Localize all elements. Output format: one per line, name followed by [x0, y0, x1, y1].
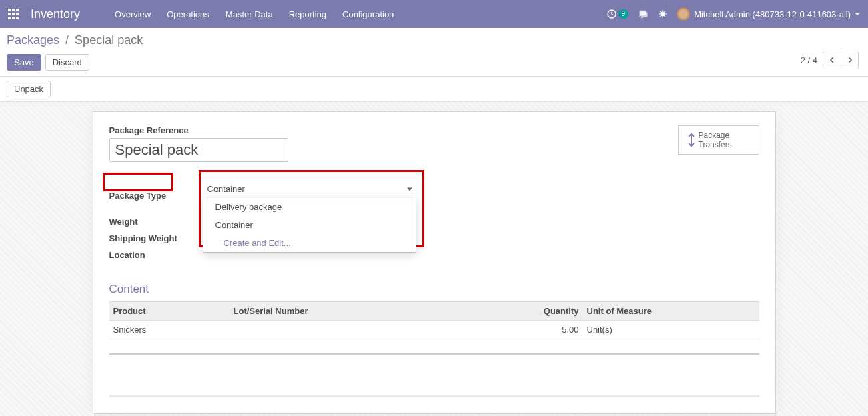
- svg-rect-8: [16, 17, 19, 19]
- value-package-type: Delivery package Container Create and Ed…: [203, 181, 443, 210]
- label-shipping-weight: Shipping Weight: [109, 233, 203, 243]
- discuss-icon[interactable]: [638, 9, 648, 19]
- th-quantity: Quantity: [456, 302, 583, 321]
- button-box-line1: Package: [699, 131, 732, 140]
- th-lot: Lot/Serial Number: [230, 302, 456, 321]
- dropdown-option-delivery-package[interactable]: Delivery package: [203, 198, 416, 216]
- nav-menu-configuration[interactable]: Configuration: [334, 1, 402, 27]
- chevron-down-icon[interactable]: [407, 187, 412, 191]
- save-button[interactable]: Save: [7, 54, 41, 71]
- user-menu[interactable]: Mitchell Admin (480733-12-0-411603-all): [677, 7, 860, 21]
- cell-uom: Unit(s): [583, 321, 759, 339]
- pager-count[interactable]: 2 / 4: [801, 55, 817, 65]
- package-type-input[interactable]: [203, 181, 416, 197]
- nav-menu-master-data[interactable]: Master Data: [218, 1, 281, 27]
- chevron-down-icon: [855, 13, 860, 15]
- svg-rect-2: [16, 9, 19, 11]
- breadcrumb: Packages / Special pack: [7, 33, 861, 47]
- cell-lot: [230, 321, 456, 339]
- field-row-package-type: Package Type Delivery package Container …: [109, 181, 443, 210]
- pager-buttons: [823, 51, 859, 69]
- table-footer-rule: [109, 395, 759, 397]
- top-navbar: Inventory Overview Operations Master Dat…: [0, 0, 868, 28]
- control-panel: Packages / Special pack Save Discard 2 /…: [0, 28, 868, 77]
- nav-menu: Overview Operations Master Data Reportin…: [107, 1, 402, 27]
- breadcrumb-root[interactable]: Packages: [7, 33, 59, 47]
- package-reference-label: Package Reference: [109, 125, 759, 135]
- activity-badge: 9: [618, 9, 629, 19]
- cell-quantity: 5.00: [456, 321, 583, 339]
- fields-grid: Package Type Delivery package Container …: [109, 181, 443, 260]
- user-name: Mitchell Admin (480733-12-0-411603-all): [694, 9, 851, 19]
- label-location: Location: [109, 250, 203, 260]
- package-type-dropdown: Delivery package Container Create and Ed…: [203, 198, 416, 253]
- th-product: Product: [109, 302, 230, 321]
- svg-rect-3: [8, 13, 11, 15]
- activity-icon[interactable]: 9: [606, 9, 629, 19]
- content-title: Content: [109, 283, 759, 296]
- debug-icon[interactable]: [658, 9, 667, 19]
- nav-menu-reporting[interactable]: Reporting: [281, 1, 334, 27]
- button-box-line2: Transfers: [699, 140, 732, 149]
- pager-next-button[interactable]: [841, 51, 858, 69]
- avatar: [677, 7, 690, 21]
- toolbar: Save Discard: [7, 54, 861, 71]
- nav-menu-overview[interactable]: Overview: [107, 1, 159, 27]
- dropdown-option-container[interactable]: Container: [203, 216, 416, 234]
- svg-rect-7: [12, 17, 15, 19]
- label-package-type: Package Type: [109, 191, 203, 201]
- table-row[interactable]: Snickers 5.00 Unit(s): [109, 321, 759, 339]
- package-transfers-button[interactable]: Package Transfers: [678, 125, 759, 155]
- breadcrumb-separator: /: [65, 33, 69, 47]
- transfers-icon: [684, 132, 699, 148]
- unpack-button[interactable]: Unpack: [7, 81, 51, 97]
- th-uom: Unit of Measure: [583, 302, 759, 321]
- nav-right: 9 Mitchell Admin (480733-12-0-411603-all…: [606, 7, 860, 21]
- cell-product: Snickers: [109, 321, 230, 339]
- form-sheet: Package Transfers Package Reference Pack…: [93, 111, 776, 414]
- statusbar: Unpack: [0, 77, 868, 102]
- app-brand[interactable]: Inventory: [31, 7, 80, 21]
- package-type-combo: Delivery package Container Create and Ed…: [203, 181, 416, 197]
- svg-rect-4: [12, 13, 15, 15]
- label-weight: Weight: [109, 217, 203, 227]
- content-table: Product Lot/Serial Number Quantity Unit …: [109, 301, 759, 376]
- discard-button[interactable]: Discard: [45, 54, 89, 71]
- svg-rect-5: [16, 13, 19, 15]
- pager-prev-button[interactable]: [823, 51, 841, 69]
- pager: 2 / 4: [801, 51, 859, 69]
- apps-icon[interactable]: [8, 9, 19, 19]
- dropdown-option-create-edit[interactable]: Create and Edit...: [203, 234, 416, 252]
- svg-rect-6: [8, 17, 11, 19]
- nav-menu-operations[interactable]: Operations: [159, 1, 218, 27]
- table-row-empty: [109, 339, 759, 354]
- breadcrumb-current: Special pack: [75, 33, 143, 47]
- button-box-text: Package Transfers: [699, 131, 732, 149]
- svg-rect-0: [8, 9, 11, 11]
- main-area: Package Transfers Package Reference Pack…: [0, 102, 868, 416]
- svg-rect-1: [12, 9, 15, 11]
- package-reference-input[interactable]: [109, 138, 288, 162]
